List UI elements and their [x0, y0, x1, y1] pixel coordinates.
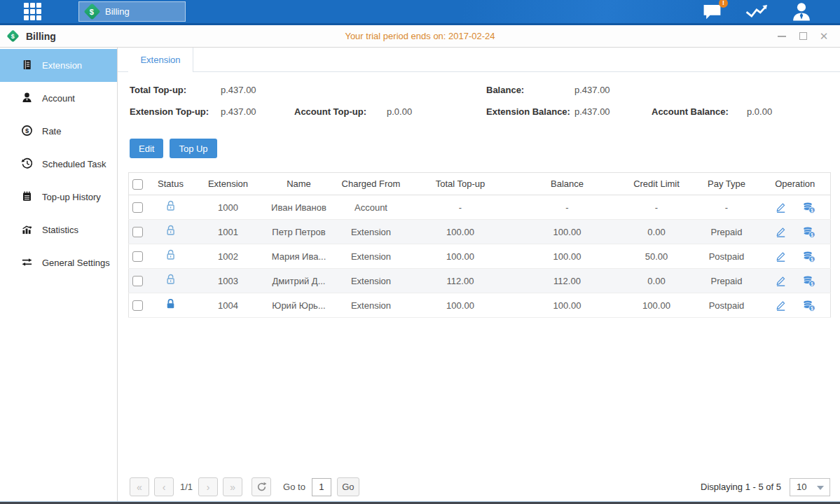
sidebar: Extension Account $ Rate Sched [0, 48, 118, 501]
operation-cell: $ [760, 220, 831, 244]
row-checkbox[interactable] [132, 202, 143, 213]
window-title-bar: $ Billing Your trial period ends on: 201… [0, 25, 840, 48]
credit-limit-cell: - [620, 195, 694, 220]
extension-balance-value: p.437.00 [574, 106, 652, 117]
edit-button[interactable]: Edit [130, 139, 163, 158]
displaying-text: Displaying 1 - 5 of 5 [701, 482, 781, 492]
total-topup-cell: 112.00 [406, 269, 515, 293]
bar-chart-icon [21, 223, 33, 237]
edit-icon[interactable] [774, 300, 787, 312]
page-size-select[interactable]: 10 [790, 478, 830, 496]
row-checkbox[interactable] [132, 276, 143, 286]
sidebar-item-account[interactable]: Account [0, 82, 117, 115]
prev-page-button[interactable]: ‹ [154, 477, 174, 496]
top-up-coins-icon[interactable]: $ [802, 300, 815, 312]
select-all-checkbox[interactable] [132, 179, 143, 190]
charged-from-cell: Extension [336, 244, 406, 269]
user-icon[interactable] [791, 2, 812, 21]
messages-icon[interactable]: ! [702, 3, 722, 20]
edit-icon[interactable] [774, 226, 787, 238]
extension-table: Status Extension Name Charged From Total… [128, 172, 831, 318]
locked-icon [165, 298, 177, 310]
top-up-coins-icon[interactable]: $ [802, 226, 815, 238]
row-checkbox[interactable] [132, 251, 143, 262]
window-bottom-edge [0, 501, 840, 504]
status-cell [147, 293, 195, 318]
app-launcher-grid-icon[interactable] [24, 3, 50, 21]
first-page-button[interactable]: « [130, 477, 149, 496]
pay-type-cell: Postpaid [694, 293, 760, 318]
top-up-coins-icon[interactable]: $ [802, 251, 815, 262]
status-cell [147, 244, 195, 269]
sidebar-item-extension[interactable]: Extension [0, 49, 117, 82]
billing-diamond-icon: $ [83, 3, 100, 20]
status-cell [147, 195, 195, 220]
top-bar: $ Billing ! [0, 0, 840, 25]
name-cell: Мария Ива... [262, 244, 336, 269]
svg-text:$: $ [811, 207, 813, 213]
charged-from-cell: Extension [336, 293, 406, 318]
goto-page-input[interactable] [312, 478, 331, 496]
col-name: Name [262, 173, 336, 195]
sidebar-item-statistics[interactable]: Statistics [0, 214, 117, 246]
svg-text:$: $ [811, 232, 813, 237]
credit-limit-cell: 0.00 [620, 220, 694, 244]
extension-cell: 1002 [195, 244, 262, 269]
balance-value: p.437.00 [574, 85, 610, 95]
sidebar-item-topup-history[interactable]: Top-up History [0, 181, 117, 214]
balance-cell: 100.00 [515, 220, 620, 244]
refresh-icon[interactable] [252, 477, 271, 496]
maximize-icon[interactable] [798, 31, 808, 41]
top-up-coins-icon[interactable]: $ [802, 275, 815, 287]
notification-badge: ! [719, 0, 728, 8]
checkbox-cell [129, 220, 147, 244]
tab-extension[interactable]: Extension [128, 48, 193, 72]
last-page-button[interactable]: » [223, 477, 242, 496]
top-up-button[interactable]: Top Up [170, 139, 216, 158]
credit-limit-cell: 0.00 [620, 269, 694, 293]
chart-icon[interactable] [745, 3, 769, 20]
sidebar-item-general-settings[interactable]: General Settings [0, 246, 117, 279]
pay-type-cell: - [694, 195, 760, 220]
minimize-icon[interactable] [777, 31, 787, 41]
pay-type-cell: Prepaid [694, 269, 760, 293]
credit-limit-cell: 100.00 [620, 293, 694, 318]
col-pay-type: Pay Type [694, 173, 760, 195]
sidebar-item-scheduled-task[interactable]: Scheduled Task [0, 148, 117, 181]
checkbox-cell [129, 244, 147, 269]
extension-cell: 1001 [195, 220, 262, 244]
pay-type-cell: Prepaid [694, 220, 760, 244]
name-cell: Иван Иванов [262, 195, 336, 220]
top-up-coins-icon[interactable]: $ [802, 202, 815, 214]
pagination-bar: « ‹ 1/1 › » Go to Go Displaying 1 - 5 of… [128, 477, 830, 496]
balance-label: Balance: [486, 85, 574, 95]
edit-icon[interactable] [774, 202, 787, 214]
next-page-button[interactable]: › [198, 477, 218, 496]
total-topup-value: p.437.00 [221, 85, 256, 95]
close-icon[interactable]: ✕ [819, 31, 829, 41]
name-cell: Дмитрий Д... [262, 269, 336, 293]
row-checkbox[interactable] [132, 227, 143, 237]
account-topup-value: p.0.00 [387, 106, 412, 117]
history-clock-icon [21, 158, 33, 172]
billing-diamond-icon: $ [6, 29, 19, 42]
svg-text:$: $ [25, 126, 29, 134]
total-topup-cell: 100.00 [406, 293, 515, 318]
charged-from-cell: Extension [336, 269, 406, 293]
goto-label: Go to [283, 482, 305, 492]
go-button[interactable]: Go [337, 477, 359, 496]
svg-text:$: $ [811, 281, 813, 286]
extension-cell: 1004 [195, 293, 262, 318]
extension-topup-label: Extension Top-up: [130, 106, 221, 117]
account-topup-label: Account Top-up: [294, 106, 387, 117]
row-checkbox[interactable] [132, 300, 143, 311]
sidebar-item-rate[interactable]: $ Rate [0, 115, 117, 148]
checkbox-cell [129, 195, 147, 220]
edit-icon[interactable] [774, 275, 787, 287]
sidebar-item-label: Extension [42, 60, 82, 71]
edit-icon[interactable] [774, 251, 787, 262]
tab-strip: Extension [118, 48, 840, 72]
taskbar-item-billing[interactable]: $ Billing [78, 1, 186, 22]
table-row: 1004Юрий Юрь...Extension100.00100.00100.… [129, 293, 831, 318]
balance-summary: Total Top-up: p.437.00 Extension Top-up:… [130, 79, 830, 122]
